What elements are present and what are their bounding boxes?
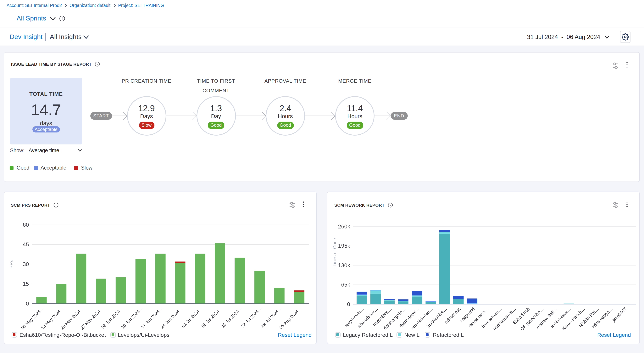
svg-text:60: 60 (23, 222, 29, 228)
svg-text:01 Jul 2024…: 01 Jul 2024… (180, 306, 204, 328)
svg-text:Lines of Code: Lines of Code (332, 238, 337, 266)
svg-text:0: 0 (347, 301, 350, 307)
svg-text:jatin6407: jatin6407 (611, 306, 628, 322)
svg-text:45: 45 (23, 241, 29, 247)
svg-text:65k: 65k (341, 281, 350, 288)
svg-text:PRs: PRs (9, 260, 14, 268)
svg-text:30: 30 (23, 261, 29, 267)
svg-text:260k: 260k (338, 223, 350, 230)
svg-text:15 Jul 2024…: 15 Jul 2024… (220, 306, 243, 328)
svg-text:15: 15 (23, 280, 29, 287)
svg-text:08 Jul 2024…: 08 Jul 2024… (200, 306, 223, 328)
svg-text:195k: 195k (338, 242, 350, 249)
svg-text:130k: 130k (338, 262, 350, 268)
svg-text:0: 0 (26, 300, 29, 306)
svg-text:22 Jul 2024…: 22 Jul 2024… (240, 306, 263, 328)
